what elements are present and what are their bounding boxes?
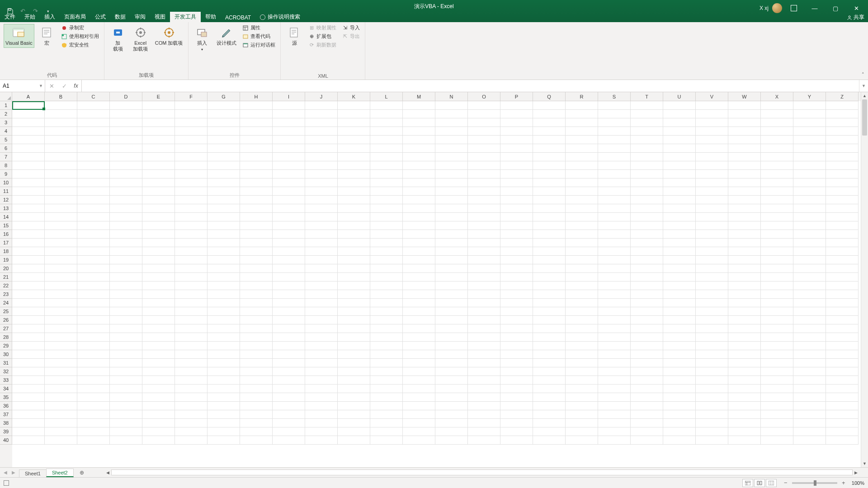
cell[interactable] — [598, 282, 631, 290]
cell[interactable] — [240, 324, 273, 333]
cell[interactable] — [110, 187, 142, 196]
row-header-9[interactable]: 9 — [0, 170, 12, 178]
cell[interactable] — [12, 427, 45, 436]
cell[interactable] — [663, 427, 696, 436]
cell[interactable] — [273, 196, 305, 204]
cell[interactable] — [110, 436, 142, 445]
cell[interactable] — [761, 256, 793, 264]
cell[interactable] — [305, 239, 338, 247]
cell[interactable] — [142, 410, 175, 419]
cell[interactable] — [696, 316, 728, 324]
cell[interactable] — [728, 359, 761, 367]
cell[interactable] — [728, 110, 761, 118]
cell[interactable] — [566, 342, 598, 350]
cell[interactable] — [793, 110, 826, 118]
cell[interactable] — [533, 393, 566, 402]
cell[interactable] — [761, 350, 793, 359]
cell[interactable] — [273, 170, 305, 178]
cell[interactable] — [435, 170, 468, 178]
cell[interactable] — [696, 299, 728, 307]
scroll-down-arrow[interactable]: ▼ — [861, 460, 868, 467]
cell[interactable] — [110, 393, 142, 402]
cell[interactable] — [45, 161, 77, 170]
cell[interactable] — [305, 342, 338, 350]
cell[interactable] — [45, 402, 77, 410]
cell[interactable] — [533, 342, 566, 350]
cell[interactable] — [12, 118, 45, 127]
cell[interactable] — [468, 367, 500, 376]
cell[interactable] — [12, 273, 45, 282]
cell[interactable] — [142, 299, 175, 307]
cell[interactable] — [533, 359, 566, 367]
cell[interactable] — [240, 136, 273, 144]
cell[interactable] — [500, 436, 533, 445]
cell[interactable] — [728, 230, 761, 239]
cell[interactable] — [240, 144, 273, 153]
cell[interactable] — [761, 247, 793, 256]
cell[interactable] — [142, 273, 175, 282]
cell[interactable] — [533, 376, 566, 385]
sheet-tab-Sheet1[interactable]: Sheet1 — [19, 469, 47, 477]
zoom-slider-knob[interactable] — [814, 480, 816, 486]
cell[interactable] — [468, 290, 500, 299]
cell[interactable] — [110, 101, 142, 110]
cell[interactable] — [142, 307, 175, 316]
cell[interactable] — [468, 101, 500, 110]
cell[interactable] — [110, 402, 142, 410]
cell[interactable] — [598, 333, 631, 342]
row-header-31[interactable]: 31 — [0, 359, 12, 367]
xml-source-button[interactable]: 源 — [284, 24, 304, 48]
cell[interactable] — [663, 256, 696, 264]
cell[interactable] — [403, 376, 435, 385]
cell[interactable] — [566, 324, 598, 333]
cell[interactable] — [175, 324, 208, 333]
row-header-28[interactable]: 28 — [0, 333, 12, 342]
cell[interactable] — [435, 110, 468, 118]
cell[interactable] — [566, 230, 598, 239]
cell[interactable] — [566, 385, 598, 393]
cell[interactable] — [175, 350, 208, 359]
cell[interactable] — [175, 376, 208, 385]
cell[interactable] — [566, 118, 598, 127]
cell[interactable] — [175, 393, 208, 402]
cell[interactable] — [77, 213, 110, 221]
cell[interactable] — [175, 221, 208, 230]
cell[interactable] — [533, 256, 566, 264]
cell[interactable] — [77, 256, 110, 264]
cell[interactable] — [696, 239, 728, 247]
cell[interactable] — [45, 342, 77, 350]
cell[interactable] — [77, 402, 110, 410]
cell[interactable] — [728, 342, 761, 350]
cell[interactable] — [110, 376, 142, 385]
cell[interactable] — [370, 290, 403, 299]
cell[interactable] — [793, 402, 826, 410]
cell[interactable] — [273, 376, 305, 385]
cell[interactable] — [12, 282, 45, 290]
cell[interactable] — [696, 170, 728, 178]
cell[interactable] — [77, 393, 110, 402]
zoom-percent[interactable]: 100% — [852, 480, 864, 486]
cell[interactable] — [533, 213, 566, 221]
cell[interactable] — [142, 101, 175, 110]
cell[interactable] — [598, 136, 631, 144]
cell[interactable] — [826, 393, 859, 402]
cell[interactable] — [110, 221, 142, 230]
cell[interactable] — [500, 264, 533, 273]
cell[interactable] — [45, 359, 77, 367]
cell[interactable] — [175, 333, 208, 342]
cell[interactable] — [273, 127, 305, 136]
cell[interactable] — [77, 239, 110, 247]
cell[interactable] — [468, 213, 500, 221]
cell[interactable] — [696, 393, 728, 402]
cell[interactable] — [728, 247, 761, 256]
cell[interactable] — [500, 282, 533, 290]
cell[interactable] — [370, 187, 403, 196]
cell[interactable] — [468, 410, 500, 419]
cell[interactable] — [45, 256, 77, 264]
cell[interactable] — [175, 136, 208, 144]
cell[interactable] — [403, 136, 435, 144]
cell[interactable] — [728, 213, 761, 221]
cell[interactable] — [696, 290, 728, 299]
cell[interactable] — [533, 178, 566, 187]
cell[interactable] — [468, 307, 500, 316]
